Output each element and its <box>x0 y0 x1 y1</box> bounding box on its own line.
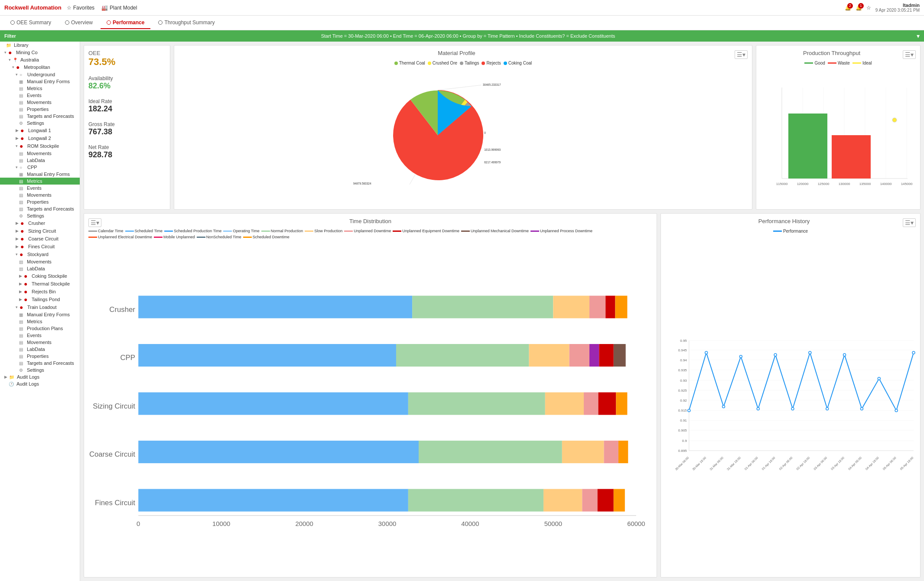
sidebar-item-coking-stockpile[interactable]: ▶ ● Coking Stockpile <box>0 272 80 280</box>
sidebar-item-thermal-stockpile[interactable]: ▶ ● Thermal Stockpile <box>0 280 80 288</box>
tab-overview[interactable]: Overview <box>59 17 99 29</box>
perf-legend-line <box>773 230 782 232</box>
sidebar-item-events-cpp[interactable]: ▤ Events <box>0 185 80 192</box>
filter-chevron[interactable]: ▾ <box>917 32 920 39</box>
sidebar-item-targets-train[interactable]: ▤ Targets and Forecasts <box>0 360 80 367</box>
sidebar-item-manual-entry-forms-underground[interactable]: ▦ Manual Entry Forms <box>0 78 80 85</box>
sidebar-item-manual-entry-forms-train[interactable]: ▦ Manual Entry Forms <box>0 311 80 318</box>
svg-text:Sizing Circuit: Sizing Circuit <box>93 402 135 410</box>
sidebar-item-library[interactable]: 📁 Library <box>0 42 80 49</box>
sidebar-item-targets-cpp[interactable]: ▤ Targets and Forecasts <box>0 205 80 212</box>
sidebar-item-stockyard[interactable]: ▾ ● Stockyard <box>0 250 80 258</box>
sidebar-item-cpp[interactable]: ▾ ○ CPP <box>0 164 80 171</box>
svg-rect-36 <box>604 441 618 463</box>
expand-icon: ▾ <box>16 305 18 309</box>
sidebar-item-metrics-train[interactable]: ▤ Metrics <box>0 318 80 325</box>
expand-icon: ▾ <box>12 65 14 69</box>
time-dist-header: ☰▾ Time Distribution <box>88 218 652 227</box>
user-date: 9 Apr 2020 3:05:21 PM <box>875 8 920 13</box>
filter-text: Start Time = 30-Mar-2020 06:00 • End Tim… <box>20 33 917 39</box>
svg-rect-28 <box>408 393 545 415</box>
sidebar-item-crusher[interactable]: ▶ ● Crusher <box>0 219 80 227</box>
sidebar-item-underground[interactable]: ▾ ○ Underground <box>0 71 80 78</box>
sidebar-item-movements-cpp[interactable]: ▤ Movements <box>0 192 80 198</box>
time-dist-legend: Calendar Time Scheduled Time Scheduled P… <box>88 229 652 239</box>
legend-rejects: Rejects <box>482 61 501 65</box>
tab-oee-summary[interactable]: OEE Summary <box>4 17 57 29</box>
svg-point-78 <box>688 409 690 412</box>
sidebar-item-coarse-circuit[interactable]: ▶ ● Coarse Circuit <box>0 235 80 243</box>
sidebar-item-audit-logs-group[interactable]: ▶ 📁 Audit Logs <box>0 373 80 380</box>
coking-coal-dot <box>504 62 507 65</box>
time-dist-menu[interactable]: ☰▾ <box>88 218 101 227</box>
perf-title: Performance History <box>665 218 903 224</box>
perf-panel-header: Performance History ☰▾ <box>665 218 916 227</box>
sidebar-item-audit-logs[interactable]: 🕐 Audit Logs <box>0 380 80 387</box>
sidebar-item-events-underground[interactable]: ▤ Events <box>0 92 80 99</box>
sidebar-item-metrics-cpp[interactable]: ▤ Metrics <box>0 178 80 185</box>
facility-icon: ● <box>20 243 26 250</box>
sidebar-item-longwall2[interactable]: ▶ ● Longwall 2 <box>0 134 80 142</box>
sidebar-item-settings-underground[interactable]: ⚙ Settings <box>0 120 80 127</box>
sidebar-item-properties-cpp[interactable]: ▤ Properties <box>0 198 80 205</box>
throughput-menu-button[interactable]: ☰▾ <box>903 50 916 59</box>
sidebar-item-australia[interactable]: ▾ 📍 Australia <box>0 56 80 63</box>
sidebar-item-fines-circuit[interactable]: ▶ ● Fines Circuit <box>0 243 80 250</box>
sidebar-item-properties-underground[interactable]: ▤ Properties <box>0 106 80 113</box>
svg-text:0.92: 0.92 <box>680 399 687 402</box>
expand-icon: ▶ <box>16 229 19 233</box>
sidebar-item-metropolitan[interactable]: ▾ ● Metropolitan <box>0 63 80 71</box>
performance-history-panel: Performance History ☰▾ Performance <box>660 213 921 578</box>
sidebar-item-targets-underground[interactable]: ▤ Targets and Forecasts <box>0 113 80 120</box>
svg-text:0.945: 0.945 <box>678 348 687 352</box>
tab-perf-icon <box>107 20 111 25</box>
expand-icon: ▶ <box>19 297 22 302</box>
sidebar-item-metrics-underground[interactable]: ▤ Metrics <box>0 85 80 92</box>
sidebar-item-labdata-stockyard[interactable]: ▤ LabData <box>0 265 80 272</box>
thermal-coal-dot <box>394 62 398 65</box>
sidebar-item-settings-cpp[interactable]: ⚙ Settings <box>0 212 80 219</box>
sidebar-item-production-plans-train[interactable]: ▤ Production Plans <box>0 325 80 332</box>
sidebar-item-rom-stockpile[interactable]: ▾ ● ROM Stockpile <box>0 142 80 150</box>
legend-coking-coal: Coking Coal <box>504 61 532 65</box>
sidebar-item-rejects-bin[interactable]: ▶ ● Rejects Bin <box>0 288 80 295</box>
sidebar-item-labdata-rom[interactable]: ▤ LabData <box>0 157 80 164</box>
expand-icon: ▾ <box>4 50 7 55</box>
grid-icon: ▦ <box>19 172 25 177</box>
svg-text:120000: 120000 <box>797 182 809 186</box>
oee-panel: OEE 73.5% Availability 82.6% Ideal Rate … <box>84 45 170 210</box>
svg-point-82 <box>757 407 759 410</box>
sidebar-item-settings-train[interactable]: ⚙ Settings <box>0 367 80 373</box>
tab-throughput[interactable]: Throughput Summary <box>152 17 221 29</box>
material-menu-button[interactable]: ☰▾ <box>735 50 748 59</box>
throughput-panel-header: Production Throughput ☰▾ <box>761 50 916 59</box>
alerts-bell[interactable]: 🔔1 <box>856 5 862 11</box>
favorites-nav[interactable]: ☆ Favorites <box>67 5 94 11</box>
perf-menu-button[interactable]: ☰▾ <box>903 218 916 227</box>
sidebar-item-manual-entry-forms-cpp[interactable]: ▦ Manual Entry Forms <box>0 171 80 178</box>
sidebar-item-properties-train[interactable]: ▤ Properties <box>0 353 80 360</box>
sidebar-item-movements-rom[interactable]: ▤ Movements <box>0 150 80 157</box>
sidebar-item-labdata-train[interactable]: ▤ LabData <box>0 346 80 353</box>
notifications-bell[interactable]: 🔔2 <box>845 5 851 11</box>
gross-rate-label: Gross Rate <box>88 121 166 127</box>
availability-section: Availability 82.6% <box>88 75 166 91</box>
sidebar-item-sizing-circuit[interactable]: ▶ ● Sizing Circuit <box>0 227 80 235</box>
tab-performance[interactable]: Performance <box>101 17 150 29</box>
waste-line <box>828 62 836 64</box>
plant-model-nav[interactable]: 🏭 Plant Model <box>101 5 137 11</box>
sidebar-item-tailings-pond[interactable]: ▶ ● Tailings Pond <box>0 295 80 303</box>
sidebar-item-longwall1[interactable]: ▶ ● Longwall 1 <box>0 127 80 134</box>
material-pie-svg: 30465.233317 0 1013.999993 6217.499979 9… <box>179 79 748 192</box>
sidebar-item-movements-underground[interactable]: ▤ Movements <box>0 99 80 106</box>
sidebar-item-train-loadout[interactable]: ▾ ● Train Loadout <box>0 303 80 311</box>
sidebar-item-mining-co[interactable]: ▾ ● Mining Co <box>0 49 80 56</box>
facility-icon: ● <box>24 289 30 295</box>
sidebar-item-movements-train[interactable]: ▤ Movements <box>0 339 80 346</box>
sidebar-item-movements-stockyard[interactable]: ▤ Movements <box>0 258 80 265</box>
svg-text:0.925: 0.925 <box>678 389 687 393</box>
bookmark-icon[interactable]: ☆ <box>866 5 871 11</box>
sidebar-item-events-train[interactable]: ▤ Events <box>0 332 80 339</box>
legend-thermal-coal: Thermal Coal <box>394 61 425 65</box>
properties-icon: ▤ <box>19 107 25 112</box>
